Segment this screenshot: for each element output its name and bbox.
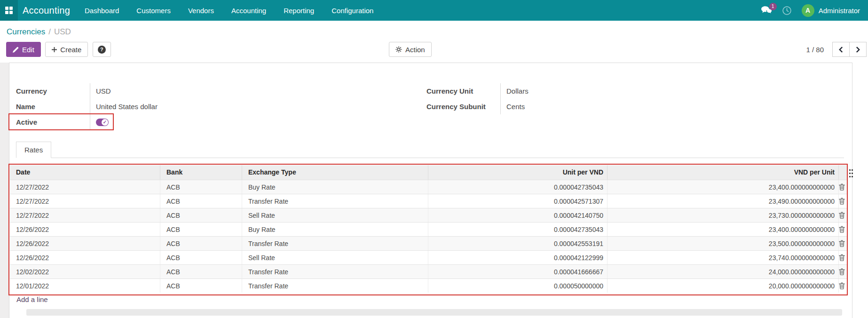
trash-icon <box>839 212 845 219</box>
delete-row-button[interactable] <box>838 180 847 194</box>
rate-row[interactable]: 12/26/2022 ACB Buy Rate 0.000042735043 2… <box>10 222 847 236</box>
rate-bank-cell[interactable]: ACB <box>160 237 242 250</box>
user-menu[interactable]: A Administrator <box>802 4 860 17</box>
rate-vnd-per-unit-cell[interactable]: 23,400.000000000000 <box>607 223 838 236</box>
rate-bank-cell[interactable]: ACB <box>160 251 242 264</box>
column-header-date[interactable]: Date <box>10 165 160 180</box>
currency-form-sheet: Currency USD Name United States dollar A… <box>9 63 852 318</box>
delete-row-button[interactable] <box>838 237 847 250</box>
rate-vnd-per-unit-cell[interactable]: 23,500.000000000000 <box>607 237 838 250</box>
activities-button[interactable] <box>782 6 792 16</box>
rate-vnd-per-unit-cell[interactable]: 20,000.000000000000 <box>607 279 838 293</box>
rate-exchange-type-cell[interactable]: Sell Rate <box>242 208 428 222</box>
rate-bank-cell[interactable]: ACB <box>160 265 242 278</box>
action-button-label: Action <box>405 46 425 54</box>
rate-exchange-type-cell[interactable]: Buy Rate <box>242 180 428 194</box>
rate-unit-per-vnd-cell[interactable]: 0.000042553191 <box>428 237 607 250</box>
rate-vnd-per-unit-cell[interactable]: 23,490.000000000000 <box>607 194 838 208</box>
rate-unit-per-vnd-cell[interactable]: 0.000050000000 <box>428 279 607 293</box>
rate-exchange-type-cell[interactable]: Transfer Rate <box>242 237 428 250</box>
notification-badge: 1 <box>769 3 777 10</box>
rate-row[interactable]: 12/27/2022 ACB Buy Rate 0.000042735043 2… <box>10 180 847 194</box>
rate-row[interactable]: 12/01/2022 ACB Transfer Rate 0.000050000… <box>10 278 847 293</box>
column-header-bank[interactable]: Bank <box>160 165 242 180</box>
rate-vnd-per-unit-cell[interactable]: 23,400.000000000000 <box>607 180 838 194</box>
rates-header-row: DateBankExchange TypeUnit per VNDVND per… <box>10 165 847 180</box>
rate-date-cell[interactable]: 12/01/2022 <box>10 279 160 293</box>
rate-vnd-per-unit-cell[interactable]: 23,730.000000000000 <box>607 208 838 222</box>
nav-item-customers[interactable]: Customers <box>136 7 171 15</box>
pencil-icon <box>13 47 19 53</box>
rate-date-cell[interactable]: 12/26/2022 <box>10 237 160 250</box>
messages-button[interactable]: 1 <box>761 6 772 15</box>
delete-row-button[interactable] <box>838 208 847 222</box>
tab-rates[interactable]: Rates <box>16 142 51 158</box>
rate-vnd-per-unit-cell[interactable]: 24,000.000000000000 <box>607 265 838 278</box>
rate-row[interactable]: 12/27/2022 ACB Sell Rate 0.000042140750 … <box>10 208 847 222</box>
trash-icon <box>839 198 845 205</box>
pager-next-button[interactable] <box>849 42 867 57</box>
column-header-vnd-per-unit[interactable]: VND per Unit <box>607 165 838 180</box>
edit-button[interactable]: Edit <box>6 42 41 57</box>
rate-date-cell[interactable]: 12/27/2022 <box>10 208 160 222</box>
nav-item-configuration[interactable]: Configuration <box>331 7 373 15</box>
breadcrumb: Currencies / USD <box>7 27 71 37</box>
rate-vnd-per-unit-cell[interactable]: 23,740.000000000000 <box>607 251 838 264</box>
rate-exchange-type-cell[interactable]: Sell Rate <box>242 251 428 264</box>
delete-row-button[interactable] <box>838 194 847 208</box>
rate-unit-per-vnd-cell[interactable]: 0.000041666667 <box>428 265 607 278</box>
rate-unit-per-vnd-cell[interactable]: 0.000042735043 <box>428 180 607 194</box>
help-button[interactable]: ? <box>93 42 111 57</box>
delete-row-button[interactable] <box>838 265 847 278</box>
add-line-button[interactable]: Add a line <box>16 295 48 303</box>
rate-unit-per-vnd-cell[interactable]: 0.000042122999 <box>428 251 607 264</box>
rate-date-cell[interactable]: 12/02/2022 <box>10 265 160 278</box>
nav-item-dashboard[interactable]: Dashboard <box>85 7 119 15</box>
nav-item-accounting[interactable]: Accounting <box>231 7 266 15</box>
rate-exchange-type-cell[interactable]: Transfer Rate <box>242 194 428 208</box>
breadcrumb-currencies-link[interactable]: Currencies <box>7 27 45 37</box>
rate-exchange-type-cell[interactable]: Transfer Rate <box>242 265 428 278</box>
control-panel-toolbar: Edit Create ? Action 1 / 80 <box>6 42 868 57</box>
column-header-exchange-type[interactable]: Exchange Type <box>242 165 428 180</box>
nav-item-reporting[interactable]: Reporting <box>284 7 314 15</box>
rate-date-cell[interactable]: 12/27/2022 <box>10 180 160 194</box>
nav-item-vendors[interactable]: Vendors <box>188 7 214 15</box>
delete-row-button[interactable] <box>838 223 847 236</box>
delete-row-button[interactable] <box>838 279 847 293</box>
column-header-unit-per-vnd[interactable]: Unit per VND <box>428 165 607 180</box>
gear-icon <box>395 46 402 53</box>
plus-icon <box>52 47 57 52</box>
create-button[interactable]: Create <box>45 42 88 57</box>
rate-bank-cell[interactable]: ACB <box>160 208 242 222</box>
rate-unit-per-vnd-cell[interactable]: 0.000042735043 <box>428 223 607 236</box>
action-button[interactable]: Action <box>389 42 432 57</box>
rate-unit-per-vnd-cell[interactable]: 0.000042571307 <box>428 194 607 208</box>
active-toggle[interactable]: ✓ <box>96 119 109 126</box>
rate-bank-cell[interactable]: ACB <box>160 279 242 293</box>
pager: 1 / 80 <box>806 42 867 57</box>
pager-previous-button[interactable] <box>832 42 850 57</box>
currency-field-label: Currency <box>16 87 90 95</box>
rate-row[interactable]: 12/26/2022 ACB Sell Rate 0.000042122999 … <box>10 250 847 264</box>
rate-bank-cell[interactable]: ACB <box>160 223 242 236</box>
chevron-left-icon <box>839 47 843 53</box>
chevron-right-icon <box>856 47 860 53</box>
question-icon: ? <box>98 46 106 54</box>
rate-row[interactable]: 12/02/2022 ACB Transfer Rate 0.000041666… <box>10 264 847 278</box>
rate-bank-cell[interactable]: ACB <box>160 194 242 208</box>
optional-columns-button[interactable] <box>848 168 854 178</box>
rate-date-cell[interactable]: 12/26/2022 <box>10 223 160 236</box>
rate-exchange-type-cell[interactable]: Transfer Rate <box>242 279 428 293</box>
rate-exchange-type-cell[interactable]: Buy Rate <box>242 223 428 236</box>
rate-row[interactable]: 12/27/2022 ACB Transfer Rate 0.000042571… <box>10 194 847 208</box>
apps-menu-button[interactable] <box>0 0 18 21</box>
rate-row[interactable]: 12/26/2022 ACB Transfer Rate 0.000042553… <box>10 236 847 250</box>
rate-date-cell[interactable]: 12/27/2022 <box>10 194 160 208</box>
rate-bank-cell[interactable]: ACB <box>160 180 242 194</box>
delete-row-button[interactable] <box>838 251 847 264</box>
app-name[interactable]: Accounting <box>23 5 70 16</box>
rate-unit-per-vnd-cell[interactable]: 0.000042140750 <box>428 208 607 222</box>
horizontal-scrollbar[interactable] <box>26 309 842 316</box>
rate-date-cell[interactable]: 12/26/2022 <box>10 251 160 264</box>
